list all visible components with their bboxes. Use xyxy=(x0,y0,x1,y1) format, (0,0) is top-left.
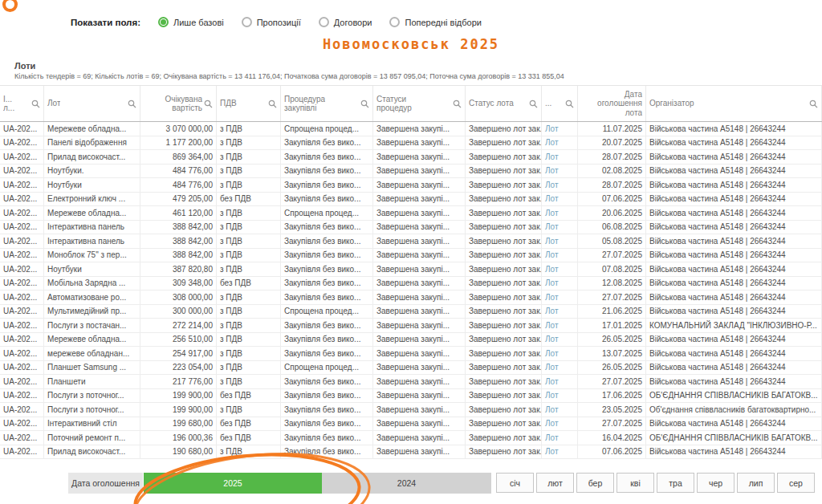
table-row[interactable]: UA-202...Автоматизоване ро...308 000,00з… xyxy=(0,291,822,305)
cell-organizer[interactable]: ОБ'ЄДНАННЯ СПІВВЛАСНИКІВ БАГАТОКВ... xyxy=(646,431,822,445)
cell-vat[interactable]: з ПДВ xyxy=(217,122,281,136)
cell-lot[interactable]: Ноутбуки xyxy=(44,262,140,277)
radio-icon[interactable] xyxy=(242,17,252,27)
table-row[interactable]: UA-202...Ноутбуки.484 776,00з ПДВЗакупів… xyxy=(0,165,822,179)
cell-procedure[interactable]: Закупівля без вико... xyxy=(281,136,373,151)
cell-vat[interactable]: без ПДВ xyxy=(217,431,281,445)
month-button-лип[interactable]: лип xyxy=(737,473,775,493)
cell-lot-status[interactable]: Завершено лот зак... xyxy=(466,347,542,361)
cell-vat[interactable]: з ПДВ xyxy=(217,206,281,221)
cell-procedure-status[interactable]: Завершена закупі... xyxy=(373,361,466,376)
cell-expected-value[interactable]: 199 900,00 xyxy=(140,389,217,404)
month-button-кві[interactable]: кві xyxy=(616,473,654,493)
cell-lot-id[interactable]: UA-202... xyxy=(0,375,44,389)
cell-expected-value[interactable]: 190 680,00 xyxy=(140,445,217,460)
cell-lot-ref[interactable]: Лот xyxy=(542,431,578,445)
cell-organizer[interactable]: Військова частина А5148 | 26643244 xyxy=(646,262,822,277)
cell-lot-id[interactable]: UA-202... xyxy=(0,136,44,151)
cell-lot-status[interactable]: Завершено лот зак... xyxy=(466,221,542,235)
cell-lot-id[interactable]: UA-202... xyxy=(0,305,44,319)
cell-procedure[interactable]: Спрощена процед... xyxy=(281,361,373,376)
cell-lot-status[interactable]: Завершено лот зак... xyxy=(466,150,542,165)
table-row[interactable]: UA-202...Панелі відображення1 177 200,00… xyxy=(0,136,822,151)
column-header-lot[interactable]: Лот xyxy=(44,86,140,121)
table-row[interactable]: UA-202...Мережеве обладна...461 120,00з … xyxy=(0,206,822,221)
cell-lot[interactable]: Інтерактивний стіл xyxy=(44,417,140,432)
cell-procedure[interactable]: Спрощена процед... xyxy=(281,122,373,136)
cell-procedure[interactable]: Закупівля без вико... xyxy=(281,249,373,263)
cell-lot-ref[interactable]: Лот xyxy=(542,221,578,235)
table-row[interactable]: UA-202...Мультимедійний пр...300 000,00з… xyxy=(0,305,822,319)
cell-lot-status[interactable]: Завершено лот зак... xyxy=(466,206,542,221)
radio-option-договори[interactable]: Договори xyxy=(319,17,372,27)
cell-procedure-status[interactable]: Завершена закупі... xyxy=(373,193,466,207)
cell-lot-id[interactable]: UA-202... xyxy=(0,249,44,263)
cell-procedure[interactable]: Закупівля без вико... xyxy=(281,445,373,460)
cell-procedure-status[interactable]: Завершена закупі... xyxy=(373,319,466,333)
cell-announce-date[interactable]: 13.07.2025 xyxy=(578,347,646,361)
radio-icon[interactable] xyxy=(158,17,169,27)
cell-organizer[interactable]: Військова частина А5148 | 26643244 xyxy=(646,206,822,221)
cell-procedure-status[interactable]: Завершена закупі... xyxy=(373,445,466,460)
search-icon[interactable] xyxy=(268,100,277,108)
cell-announce-date[interactable]: 28.07.2025 xyxy=(578,150,646,165)
column-header-organizer[interactable]: Організатор xyxy=(646,86,822,121)
cell-lot-ref[interactable]: Лот xyxy=(542,319,578,333)
cell-lot-ref[interactable]: Лот xyxy=(542,403,578,417)
cell-announce-date[interactable]: 20.07.2025 xyxy=(578,136,646,151)
cell-announce-date[interactable]: 07.06.2025 xyxy=(578,445,646,460)
cell-organizer[interactable]: Військова частина А5148 | 26643244 xyxy=(646,333,822,348)
cell-lot[interactable]: Панелі відображення xyxy=(44,136,140,151)
cell-procedure-status[interactable]: Завершена закупі... xyxy=(373,389,466,404)
cell-lot[interactable]: мережеве обладнан... xyxy=(44,347,140,361)
cell-expected-value[interactable]: 272 214,00 xyxy=(140,319,217,333)
table-row[interactable]: UA-202...Моноблок 75" з пер...388 842,00… xyxy=(0,249,822,263)
cell-announce-date[interactable]: 28.07.2025 xyxy=(578,178,646,193)
cell-expected-value[interactable]: 388 842,00 xyxy=(140,221,217,235)
cell-procedure-status[interactable]: Завершена закупі... xyxy=(373,206,466,221)
cell-announce-date[interactable]: 07.06.2025 xyxy=(578,193,646,207)
cell-lot-id[interactable]: UA-202... xyxy=(0,234,44,249)
search-icon[interactable] xyxy=(31,100,40,108)
cell-expected-value[interactable]: 309 348,00 xyxy=(140,277,217,291)
table-row[interactable]: UA-202...Прилад високочаст...190 680,00з… xyxy=(0,445,822,460)
cell-announce-date[interactable]: 11.07.2025 xyxy=(578,122,646,136)
column-header-expected-value[interactable]: Очікувана вартість xyxy=(140,86,217,121)
cell-organizer[interactable]: Військова частина А5148 | 26643244 xyxy=(646,445,822,460)
cell-lot[interactable]: Мережеве обладна... xyxy=(44,206,140,221)
cell-organizer[interactable]: Військова частина А5148 | 26643244 xyxy=(646,375,822,389)
cell-lot-id[interactable]: UA-202... xyxy=(0,178,44,193)
cell-organizer[interactable]: Військова частина А5148 | 26643244 xyxy=(646,417,822,432)
cell-lot-id[interactable]: UA-202... xyxy=(0,431,44,445)
cell-announce-date[interactable]: 21.06.2025 xyxy=(578,305,646,319)
table-row[interactable]: UA-202...Інтерактивний стіл199 680,00без… xyxy=(0,417,822,432)
cell-lot[interactable]: Поточний ремонт п... xyxy=(44,431,140,445)
month-button-лют[interactable]: лют xyxy=(536,473,574,493)
cell-lot-ref[interactable]: Лот xyxy=(542,249,578,263)
cell-lot-id[interactable]: UA-202... xyxy=(0,445,44,460)
column-header-announce-date[interactable]: Дата оголошення лота xyxy=(578,86,646,121)
cell-organizer[interactable]: Військова частина А5148 | 26643244 xyxy=(646,305,822,319)
cell-announce-date[interactable]: 12.08.2025 xyxy=(578,277,646,291)
table-row[interactable]: UA-202...Планшети217 776,00з ПДВЗакупівл… xyxy=(0,375,822,389)
cell-announce-date[interactable]: 26.05.2025 xyxy=(578,333,646,348)
cell-lot-ref[interactable]: Лот xyxy=(542,305,578,319)
cell-vat[interactable]: з ПДВ xyxy=(217,136,281,151)
cell-lot[interactable]: Планшети xyxy=(44,375,140,389)
cell-lot-status[interactable]: Завершено лот зак... xyxy=(466,305,542,319)
cell-vat[interactable]: з ПДВ xyxy=(217,375,281,389)
cell-organizer[interactable]: Військова частина А5148 | 26643244 xyxy=(646,150,822,165)
cell-organizer[interactable]: Військова частина А5148 | 26643244 xyxy=(646,193,822,207)
cell-announce-date[interactable]: 26.05.2025 xyxy=(578,361,646,376)
cell-lot-status[interactable]: Завершено лот зак... xyxy=(466,431,542,445)
cell-procedure-status[interactable]: Завершена закупі... xyxy=(373,417,466,432)
cell-lot-ref[interactable]: Лот xyxy=(542,417,578,432)
cell-lot[interactable]: Послуги з поточног... xyxy=(44,403,140,417)
cell-lot[interactable]: Мережеве обладна... xyxy=(44,122,140,136)
cell-lot-ref[interactable]: Лот xyxy=(542,445,578,460)
search-icon[interactable] xyxy=(809,100,818,108)
cell-vat[interactable]: з ПДВ xyxy=(217,319,281,333)
radio-icon[interactable] xyxy=(389,17,400,27)
cell-lot[interactable]: Мережеве обладна... xyxy=(44,333,140,348)
cell-lot-status[interactable]: Завершено лот зак... xyxy=(466,333,542,348)
